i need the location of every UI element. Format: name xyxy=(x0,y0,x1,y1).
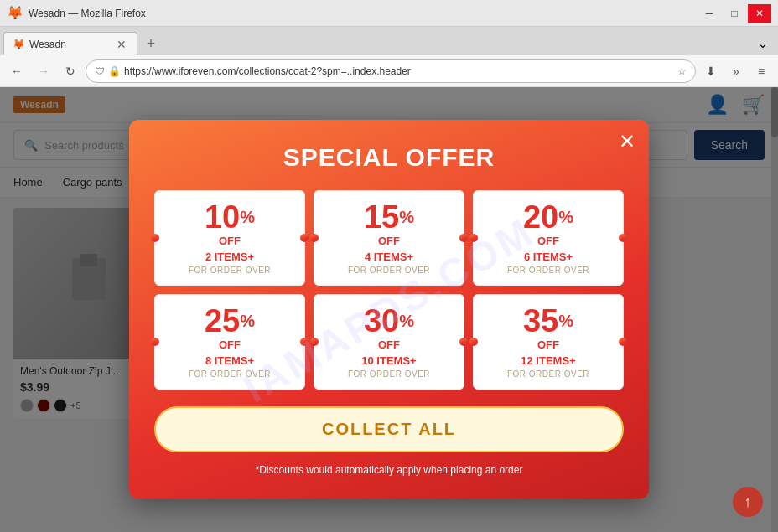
coupon-item[interactable]: 35% OFF 12 ITEMS+ FOR ORDER OVER xyxy=(473,294,624,390)
pocket-button[interactable]: ⬇ xyxy=(699,59,723,83)
close-button[interactable]: ✕ xyxy=(748,4,771,23)
titlebar-controls: ─ □ ✕ xyxy=(698,4,771,23)
coupon-percent: 25 xyxy=(205,303,240,338)
coupon-off: OFF xyxy=(163,235,296,247)
coupon-item[interactable]: 30% OFF 10 ITEMS+ FOR ORDER OVER xyxy=(314,294,464,390)
page-content: Wesadn 👤 🛒 🔍 Search products Search Home… xyxy=(0,87,778,532)
minimize-button[interactable]: ─ xyxy=(698,4,721,23)
shield-icon: 🛡 xyxy=(95,65,105,77)
url-text: https://www.iforeven.com/collections/coa… xyxy=(124,65,674,77)
tab-favicon: 🦊 xyxy=(13,39,24,50)
coupon-percent: 20 xyxy=(523,199,558,235)
extensions-button[interactable]: » xyxy=(724,59,748,83)
titlebar-title: Wesadn — Mozilla Firefox xyxy=(29,8,146,19)
forward-button[interactable]: → xyxy=(32,59,55,83)
reload-button[interactable]: ↻ xyxy=(59,59,82,83)
coupon-items: 8 ITEMS+ xyxy=(163,354,296,367)
modal-close-button[interactable]: ✕ xyxy=(619,132,635,152)
coupon-condition: FOR ORDER OVER xyxy=(163,369,296,379)
coupon-percent-sign: % xyxy=(558,312,573,330)
coupon-off: OFF xyxy=(163,338,296,351)
coupon-percent-sign: % xyxy=(399,312,414,330)
nav-bar: ← → ↻ 🛡 🔒 https://www.iforeven.com/colle… xyxy=(0,55,778,87)
firefox-logo: 🦊 xyxy=(7,5,23,21)
coupon-condition: FOR ORDER OVER xyxy=(323,369,455,379)
tab-bar: 🦊 Wesadn ✕ + ⌄ xyxy=(0,27,778,55)
coupon-off: OFF xyxy=(323,235,455,247)
coupon-percent-sign: % xyxy=(240,312,255,330)
bookmark-icon[interactable]: ☆ xyxy=(677,65,687,77)
coupon-percent-sign: % xyxy=(399,208,414,226)
coupon-items: 12 ITEMS+ xyxy=(482,354,615,367)
tab-bar-right: ⌄ xyxy=(751,32,775,55)
coupon-condition: FOR ORDER OVER xyxy=(482,266,615,275)
back-button[interactable]: ← xyxy=(5,59,29,83)
coupon-items: 2 ITEMS+ xyxy=(163,251,296,263)
coupon-percent-sign: % xyxy=(240,208,255,226)
new-tab-button[interactable]: + xyxy=(139,32,163,55)
url-bar[interactable]: 🛡 🔒 https://www.iforeven.com/collections… xyxy=(86,59,696,83)
coupon-item[interactable]: 15% OFF 4 ITEMS+ FOR ORDER OVER xyxy=(314,190,464,286)
coupon-item[interactable]: 25% OFF 8 ITEMS+ FOR ORDER OVER xyxy=(154,294,305,390)
coupon-off: OFF xyxy=(323,338,455,351)
coupon-condition: FOR ORDER OVER xyxy=(163,266,296,275)
special-offer-modal: ✕ SPECIAL OFFER 10% OFF 2 ITEMS+ FOR ORD… xyxy=(129,120,649,499)
back-to-top-button[interactable]: ↑ xyxy=(733,487,763,517)
browser-titlebar: 🦊 Wesadn — Mozilla Firefox ─ □ ✕ xyxy=(0,0,778,27)
nav-actions: ⬇ » ≡ xyxy=(699,59,773,83)
titlebar-left: 🦊 Wesadn — Mozilla Firefox xyxy=(7,5,146,21)
coupon-off: OFF xyxy=(482,235,615,247)
coupon-item[interactable]: 10% OFF 2 ITEMS+ FOR ORDER OVER xyxy=(154,190,305,286)
coupon-items: 4 ITEMS+ xyxy=(323,251,455,263)
modal-footnote: *Discounts would automatically apply whe… xyxy=(154,464,624,476)
coupon-off: OFF xyxy=(482,338,615,351)
modal-overlay[interactable]: IAMAPDS.COM ✕ SPECIAL OFFER 10% OFF 2 IT… xyxy=(0,87,778,532)
coupon-percent: 30 xyxy=(364,303,399,338)
tab-label: Wesadn xyxy=(29,39,110,50)
modal-title: SPECIAL OFFER xyxy=(154,143,624,172)
lock-icon: 🔒 xyxy=(108,65,121,77)
coupon-percent-sign: % xyxy=(558,208,573,226)
coupon-percent: 15 xyxy=(364,199,399,235)
coupon-item[interactable]: 20% OFF 6 ITEMS+ FOR ORDER OVER xyxy=(473,190,624,286)
coupon-percent: 35 xyxy=(523,303,558,338)
coupon-percent: 10 xyxy=(205,199,240,235)
menu-button[interactable]: ≡ xyxy=(749,59,773,83)
coupon-condition: FOR ORDER OVER xyxy=(323,266,455,275)
tab-overflow-button[interactable]: ⌄ xyxy=(751,32,775,55)
coupon-grid: 10% OFF 2 ITEMS+ FOR ORDER OVER 15% OFF … xyxy=(154,190,624,390)
collect-all-button[interactable]: COLLECT ALL xyxy=(154,406,624,452)
coupon-items: 10 ITEMS+ xyxy=(323,354,455,367)
tab-close-button[interactable]: ✕ xyxy=(115,38,128,51)
browser-tab[interactable]: 🦊 Wesadn ✕ xyxy=(3,32,137,55)
coupon-items: 6 ITEMS+ xyxy=(482,251,615,263)
maximize-button[interactable]: □ xyxy=(723,4,746,23)
coupon-condition: FOR ORDER OVER xyxy=(482,369,615,379)
